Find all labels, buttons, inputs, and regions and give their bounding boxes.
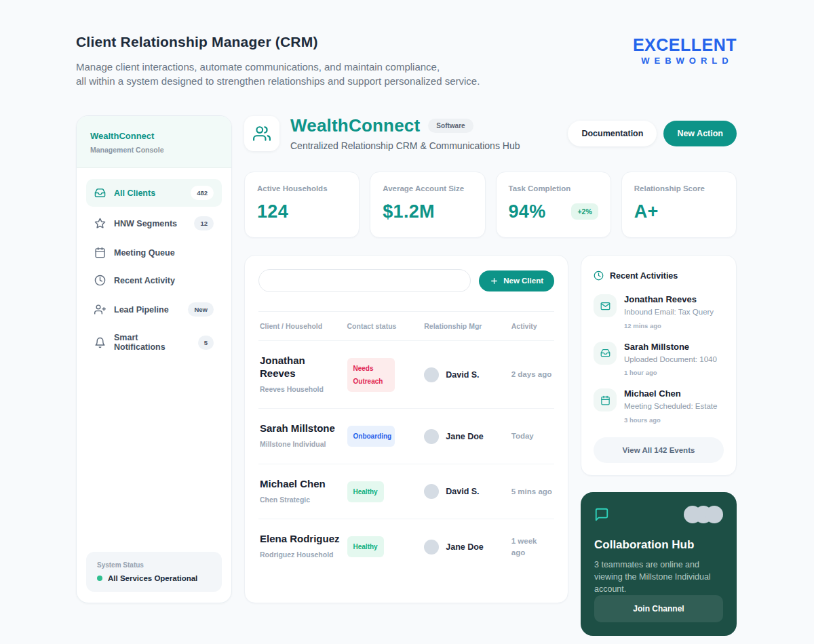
avatar: [705, 506, 723, 523]
activity-detail: Inbound Email: Tax Query: [624, 307, 714, 318]
sidebar-item-smart-notifications[interactable]: Smart Notifications 5: [86, 326, 222, 359]
activity-time: 3 hours ago: [624, 416, 717, 424]
manager-name: David S.: [446, 487, 479, 496]
manager-cell: Jane Doe: [424, 429, 505, 444]
inbox-icon: [94, 187, 106, 199]
activity-item: Michael Chen Meeting Scheduled: Estate 3…: [594, 388, 724, 424]
clock-icon: [94, 275, 106, 286]
status-badge: Needs Outreach: [347, 358, 395, 392]
column-header-client: Client / Household: [260, 321, 341, 332]
client-name: Jonathan Reeves: [260, 355, 341, 380]
new-client-button[interactable]: New Client: [479, 270, 554, 291]
app-subtitle: Centralized Relationship CRM & Communica…: [290, 140, 520, 151]
client-cell: Michael Chen Chen Strategic: [260, 478, 341, 506]
status-cell: Healthy: [347, 481, 418, 502]
table-row[interactable]: Jonathan Reeves Reeves Household Needs O…: [258, 340, 554, 408]
sidebar-item-meeting-queue[interactable]: Meeting Queue: [86, 240, 222, 265]
system-status-label: System Status: [97, 561, 211, 569]
user-plus-icon: [94, 304, 106, 315]
activity-cell: 1 week ago: [511, 536, 553, 558]
stat-label: Average Account Size: [383, 184, 472, 195]
status-badge: Healthy: [347, 536, 384, 557]
status-badge: Healthy: [347, 481, 384, 502]
mail-icon: [594, 294, 617, 317]
column-header-activity: Activity: [511, 321, 553, 332]
sidebar-header: WealthConnect Management Console: [77, 116, 231, 168]
sidebar-item-all-clients[interactable]: All Clients 482: [86, 179, 222, 207]
page-subtitle: Manage client interactions, automate com…: [76, 60, 480, 88]
star-icon: [94, 218, 106, 229]
avatar: [424, 429, 439, 444]
stat-card-average-account-size: Average Account Size $1.2M: [370, 172, 485, 238]
column-header-manager: Relationship Mgr: [424, 321, 505, 332]
sidebar-menu: All Clients 482 HNW Segments 12 Meeting …: [77, 168, 231, 369]
join-channel-button[interactable]: Join Channel: [594, 595, 723, 622]
collaboration-hub-description: 3 teammates are online and viewing the M…: [594, 559, 723, 595]
documentation-button[interactable]: Documentation: [568, 121, 657, 146]
activity-name: Jonathan Reeves: [624, 294, 714, 304]
stat-card-relationship-score: Relationship Score A+: [621, 172, 737, 238]
inbox-icon: [594, 342, 617, 365]
system-status-value: All Services Operational: [108, 574, 197, 582]
stat-label: Relationship Score: [634, 184, 724, 195]
page-title-block: Client Relationship Manager (CRM) Manage…: [76, 34, 480, 88]
sidebar-brand-subtitle: Management Console: [90, 146, 218, 154]
search-input[interactable]: [258, 269, 471, 292]
client-household: Millstone Individual: [260, 439, 341, 450]
clock-icon: [594, 270, 604, 281]
activity-time: 1 hour ago: [624, 369, 717, 376]
activity-detail: Uploaded Document: 1040: [624, 355, 717, 365]
stat-delta-badge: +2%: [571, 203, 598, 220]
column-header-status: Contact status: [347, 321, 418, 332]
sidebar-item-badge: 5: [198, 336, 214, 350]
stat-value: $1.2M: [383, 201, 435, 222]
activity-text: Jonathan Reeves Inbound Email: Tax Query…: [624, 294, 714, 329]
view-all-events-button[interactable]: View All 142 Events: [594, 437, 724, 463]
collaboration-hub-top: [594, 506, 723, 523]
logo-line2: WEBWORLD: [633, 56, 741, 66]
client-cell: Jonathan Reeves Reeves Household: [260, 355, 341, 395]
new-action-button[interactable]: New Action: [663, 121, 737, 146]
stat-card-task-completion: Task Completion 94% +2%: [496, 172, 611, 238]
collaboration-hub-title: Collaboration Hub: [594, 538, 723, 552]
page-subtitle-line2: all within a system designed to strength…: [76, 75, 480, 89]
sidebar-item-label: HNW Segments: [114, 219, 186, 228]
company-logo: EXCELLENT WEBWORLD: [633, 34, 737, 66]
recent-activities-header: Recent Activities: [594, 268, 724, 282]
sidebar-item-label: Smart Notifications: [114, 333, 190, 352]
table-row[interactable]: Elena Rodriguez Rodriguez Household Heal…: [258, 519, 554, 574]
activity-detail: Meeting Scheduled: Estate: [624, 401, 717, 412]
table-row[interactable]: Michael Chen Chen Strategic Healthy Davi…: [258, 464, 554, 519]
chat-bubble-icon: [594, 507, 609, 522]
avatar: [424, 484, 439, 499]
system-status-row: All Services Operational: [97, 574, 211, 582]
status-dot-icon: [97, 576, 102, 581]
sidebar: WealthConnect Management Console All Cli…: [76, 115, 232, 603]
manager-cell: David S.: [424, 484, 505, 499]
calendar-icon: [94, 247, 106, 258]
sidebar-item-label: Meeting Queue: [114, 248, 214, 258]
client-household: Reeves Household: [260, 384, 341, 395]
activity-cell: 5 mins ago: [511, 486, 553, 498]
sidebar-item-label: All Clients: [114, 188, 182, 198]
sidebar-item-recent-activity[interactable]: Recent Activity: [86, 268, 222, 293]
app-type-badge: Software: [428, 119, 473, 133]
recent-activities-title: Recent Activities: [610, 271, 678, 281]
client-cell: Elena Rodriguez Rodriguez Household: [260, 533, 341, 561]
sidebar-item-hnw-segments[interactable]: HNW Segments 12: [86, 209, 222, 237]
sidebar-item-lead-pipeline[interactable]: Lead Pipeline New: [86, 296, 222, 323]
sidebar-brand: WealthConnect: [90, 131, 218, 141]
page-subtitle-line1: Manage client interactions, automate com…: [76, 60, 480, 75]
manager-cell: David S.: [424, 367, 505, 382]
table-row[interactable]: Sarah Millstone Millstone Individual Onb…: [258, 408, 554, 464]
activity-cell: Today: [511, 430, 553, 442]
system-status-panel: System Status All Services Operational: [86, 552, 222, 592]
header-actions: Documentation New Action: [568, 121, 737, 146]
client-name: Elena Rodriguez: [260, 533, 341, 546]
manager-name: David S.: [446, 370, 479, 380]
status-cell: Onboarding: [347, 426, 418, 447]
right-column: Recent Activities Jonathan Reeves Inboun…: [581, 255, 737, 603]
activity-item: Jonathan Reeves Inbound Email: Tax Query…: [594, 294, 724, 329]
avatar: [424, 367, 439, 382]
app-title-block: WealthConnect Software Centralized Relat…: [290, 115, 520, 151]
